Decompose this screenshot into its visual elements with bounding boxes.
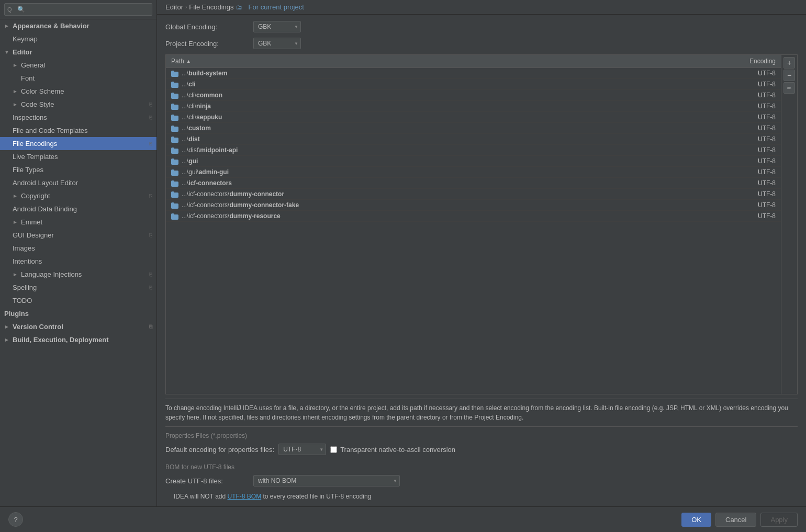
path-cell: ...\icf-connectors\dummy-resource [166,211,652,222]
col-encoding[interactable]: Encoding [652,55,781,68]
sidebar-item-file-types[interactable]: File Types [0,163,156,176]
sidebar-item-spelling[interactable]: Spelling ⎘ [0,281,156,294]
sidebar-item-keymap[interactable]: Keymap [0,32,156,46]
footer-left: ? [8,512,23,527]
default-encoding-select[interactable]: UTF-8 GBK ISO-8859-1 [278,444,326,455]
table-row[interactable]: ...\distUTF-8 [166,134,781,145]
encoding-cell: UTF-8 [652,90,781,101]
table-row[interactable]: ...\cli\seppukuUTF-8 [166,112,781,123]
global-encoding-row: Global Encoding: GBK UTF-8 ISO-8859-1 [165,21,798,32]
sidebar-item-gui-designer[interactable]: GUI Designer ⎘ [0,229,156,242]
sidebar-item-android-layout-editor[interactable]: Android Layout Editor [0,176,156,189]
bom-select-wrapper: with NO BOM with BOM [253,475,400,486]
path-cell: ...\dist [166,134,652,145]
table-row[interactable]: ...\icf-connectorsUTF-8 [166,178,781,189]
sidebar-item-todo[interactable]: TODO [0,294,156,307]
encoding-cell: UTF-8 [652,156,781,167]
sidebar-item-label: Images [13,244,35,252]
remove-row-button[interactable]: − [783,70,795,81]
file-encoding-table: Path ▲ Encoding ... [166,55,781,222]
bom-note: IDEA will NOT add UTF-8 BOM to every cre… [165,491,798,500]
breadcrumb-project[interactable]: For current project [249,3,304,11]
path-text: ...\dist\midpoint-api [182,146,238,154]
table-row[interactable]: ...\cliUTF-8 [166,79,781,90]
path-cell: ...\dist\midpoint-api [166,145,652,156]
sidebar-item-label: Intentions [13,257,42,265]
sidebar-item-general[interactable]: General [0,59,156,72]
encoding-cell: UTF-8 [652,79,781,90]
table-row[interactable]: ...\dist\midpoint-apiUTF-8 [166,145,781,156]
sidebar-item-android-data-binding[interactable]: Android Data Binding [0,202,156,216]
sidebar-item-label: Spelling [13,284,37,291]
sidebar-item-code-style[interactable]: Code Style ⎘ [0,98,156,111]
bom-link[interactable]: UTF-8 BOM [227,493,261,500]
sidebar-item-file-code-templates[interactable]: File and Code Templates [0,124,156,137]
table-row[interactable]: ...\guiUTF-8 [166,156,781,167]
folder-icon [171,104,180,110]
transparent-checkbox[interactable] [330,446,337,453]
sidebar-item-version-control[interactable]: Version Control ⎘ [0,320,156,333]
path-text: ...\icf-connectors [182,179,232,187]
search-input[interactable] [4,3,152,16]
default-encoding-label: Default encoding for properties files: [165,446,274,454]
global-encoding-select[interactable]: GBK UTF-8 ISO-8859-1 [253,21,301,32]
folder-icon [171,82,180,88]
sidebar-item-color-scheme[interactable]: Color Scheme [0,85,156,98]
table-row[interactable]: ...\icf-connectors\dummy-connectorUTF-8 [166,189,781,200]
breadcrumb: Editor › File Encodings 🗂 For current pr… [157,0,806,15]
path-cell: ...\gui\admin-gui [166,167,652,178]
edit-row-button[interactable]: ✏ [783,82,795,94]
folder-icon [171,148,180,154]
sidebar-item-intentions[interactable]: Intentions [0,255,156,268]
add-row-button[interactable]: + [783,57,795,69]
table-row[interactable]: ...\icf-connectors\dummy-resourceUTF-8 [166,211,781,222]
sidebar-item-copyright[interactable]: Copyright ⎘ [0,189,156,202]
search-wrapper: Q [4,3,152,16]
table-row[interactable]: ...\cli\commonUTF-8 [166,90,781,101]
expand-icon [13,193,19,199]
expand-icon [13,62,19,68]
search-box: Q [0,0,156,19]
table-row[interactable]: ...\icf-connectors\dummy-connector-fakeU… [166,200,781,211]
path-text: ...\cli [182,81,196,88]
table-row[interactable]: ...\build-systemUTF-8 [166,68,781,79]
project-encoding-select[interactable]: GBK UTF-8 ISO-8859-1 [253,38,301,49]
table-row[interactable]: ...\customUTF-8 [166,123,781,134]
encoding-cell: UTF-8 [652,189,781,200]
ok-button[interactable]: OK [681,513,711,527]
sidebar-item-label: TODO [13,297,32,304]
breadcrumb-editor[interactable]: Editor [165,3,183,11]
sidebar-item-appearance[interactable]: Appearance & Behavior [0,19,156,32]
help-button[interactable]: ? [8,512,23,527]
cancel-button[interactable]: Cancel [715,513,756,527]
table-row[interactable]: ...\cli\ninjaUTF-8 [166,101,781,112]
apply-button[interactable]: Apply [760,513,798,527]
sidebar-item-images[interactable]: Images [0,242,156,255]
col-path[interactable]: Path ▲ [166,55,652,68]
sidebar-item-build-execution[interactable]: Build, Execution, Deployment [0,333,156,346]
bom-select[interactable]: with NO BOM with BOM [253,475,400,486]
sidebar-item-font[interactable]: Font [0,72,156,85]
copy-icon: ⎘ [149,141,152,146]
encoding-cell: UTF-8 [652,211,781,222]
sidebar-item-language-injections[interactable]: Language Injections ⎘ [0,268,156,281]
file-encoding-table-container[interactable]: Path ▲ Encoding ... [166,55,781,394]
sidebar-item-label: Android Layout Editor [13,179,78,187]
table-row[interactable]: ...\gui\admin-guiUTF-8 [166,167,781,178]
sidebar-item-inspections[interactable]: Inspections ⎘ [0,111,156,124]
file-encoding-table-section: Path ▲ Encoding ... [165,54,798,394]
sidebar-item-emmet[interactable]: Emmet [0,216,156,229]
sidebar-item-plugins[interactable]: Plugins [0,307,156,320]
sidebar-item-label: File Types [13,166,43,174]
sidebar-item-live-templates[interactable]: Live Templates [0,150,156,163]
path-text: ...\icf-connectors\dummy-resource [182,212,281,220]
folder-icon [171,159,180,165]
properties-section-title: Properties Files (*.properties) [165,432,798,439]
copy-icon: ⎘ [149,285,152,290]
sidebar-item-editor[interactable]: Editor [0,46,156,59]
encoding-cell: UTF-8 [652,112,781,123]
project-icon: 🗂 [236,4,242,11]
sidebar-item-file-encodings[interactable]: File Encodings ⎘ [0,137,156,150]
path-text: ...\dist [182,135,200,143]
search-icon: Q [7,6,12,13]
